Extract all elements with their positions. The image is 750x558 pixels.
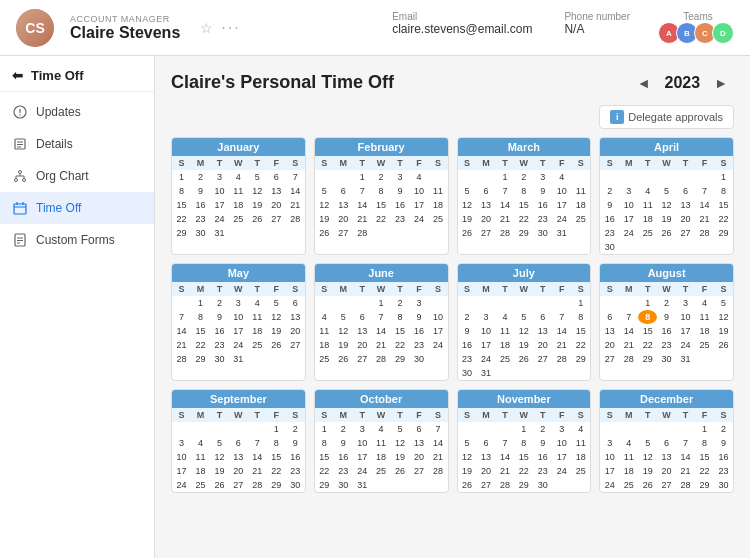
calendar-day[interactable]: 9 [533,184,552,198]
calendar-day[interactable]: 29 [514,226,533,240]
calendar-day[interactable] [657,422,676,436]
calendar-day[interactable]: 18 [638,212,657,226]
calendar-day[interactable]: 13 [676,198,695,212]
calendar-day[interactable] [191,422,210,436]
calendar-day[interactable]: 22 [172,212,191,226]
calendar-day[interactable]: 16 [286,450,305,464]
calendar-day[interactable]: 6 [334,184,353,198]
calendar-day[interactable]: 17 [428,324,447,338]
calendar-day[interactable]: 25 [229,212,248,226]
calendar-day[interactable]: 27 [334,226,353,240]
calendar-day[interactable]: 27 [353,352,372,366]
calendar-day[interactable]: 18 [571,198,590,212]
calendar-day[interactable]: 10 [172,450,191,464]
calendar-day[interactable]: 20 [657,464,676,478]
calendar-day[interactable]: 30 [286,478,305,492]
calendar-day[interactable]: 7 [695,184,714,198]
calendar-day[interactable]: 12 [391,436,410,450]
calendar-day[interactable]: 24 [172,478,191,492]
calendar-day[interactable]: 18 [248,324,267,338]
calendar-day[interactable]: 28 [495,478,514,492]
calendar-day[interactable] [657,240,676,254]
calendar-day[interactable]: 26 [638,478,657,492]
calendar-day[interactable]: 21 [695,212,714,226]
calendar-day[interactable]: 27 [476,478,495,492]
calendar-day[interactable]: 14 [172,324,191,338]
calendar-day[interactable]: 27 [676,226,695,240]
calendar-day[interactable]: 6 [229,436,248,450]
calendar-day[interactable] [286,352,305,366]
calendar-day[interactable]: 23 [533,464,552,478]
calendar-day[interactable]: 8 [267,436,286,450]
calendar-day[interactable]: 31 [229,352,248,366]
calendar-day[interactable]: 2 [600,184,619,198]
calendar-day[interactable]: 13 [267,184,286,198]
calendar-day[interactable]: 20 [353,338,372,352]
calendar-day[interactable]: 29 [267,478,286,492]
calendar-day[interactable]: 28 [172,352,191,366]
calendar-day[interactable]: 2 [210,296,229,310]
calendar-day[interactable]: 9 [334,436,353,450]
calendar-day[interactable] [638,422,657,436]
calendar-day[interactable]: 26 [210,478,229,492]
calendar-day[interactable]: 23 [191,212,210,226]
calendar-day[interactable]: 27 [657,478,676,492]
calendar-day[interactable]: 29 [191,352,210,366]
calendar-day[interactable]: 29 [714,226,733,240]
calendar-day[interactable] [495,296,514,310]
calendar-day[interactable]: 22 [514,212,533,226]
calendar-day[interactable]: 13 [410,436,429,450]
calendar-day[interactable]: 30 [191,226,210,240]
calendar-day[interactable]: 3 [172,436,191,450]
calendar-day[interactable]: 11 [495,324,514,338]
calendar-day[interactable]: 15 [191,324,210,338]
calendar-day[interactable] [286,226,305,240]
calendar-day[interactable]: 14 [353,198,372,212]
calendar-day[interactable]: 6 [286,296,305,310]
calendar-day[interactable]: 9 [286,436,305,450]
calendar-day[interactable]: 19 [315,212,334,226]
calendar-day[interactable]: 9 [458,324,477,338]
calendar-day[interactable]: 3 [391,170,410,184]
calendar-day[interactable]: 25 [191,478,210,492]
calendar-day[interactable]: 26 [458,478,477,492]
calendar-day[interactable]: 31 [676,352,695,366]
calendar-day[interactable] [410,478,429,492]
calendar-day[interactable] [410,226,429,240]
calendar-day[interactable] [210,422,229,436]
calendar-day[interactable]: 16 [714,450,733,464]
calendar-day[interactable]: 9 [533,436,552,450]
calendar-day[interactable] [428,478,447,492]
calendar-day[interactable]: 8 [514,436,533,450]
calendar-day[interactable]: 15 [714,198,733,212]
calendar-day[interactable]: 27 [533,352,552,366]
calendar-day[interactable]: 29 [571,352,590,366]
calendar-day[interactable]: 2 [657,296,676,310]
calendar-day[interactable] [476,422,495,436]
calendar-day[interactable]: 2 [391,296,410,310]
calendar-day[interactable] [571,478,590,492]
calendar-day[interactable]: 1 [514,422,533,436]
calendar-day[interactable]: 24 [600,478,619,492]
calendar-day[interactable]: 29 [391,352,410,366]
calendar-day[interactable]: 10 [552,436,571,450]
calendar-day[interactable]: 30 [410,352,429,366]
calendar-day[interactable]: 9 [600,198,619,212]
calendar-day[interactable]: 1 [353,170,372,184]
calendar-day[interactable] [248,226,267,240]
calendar-day[interactable]: 18 [619,464,638,478]
calendar-day[interactable]: 30 [600,240,619,254]
calendar-day[interactable]: 4 [695,296,714,310]
prev-year-button[interactable]: ◄ [631,73,657,93]
calendar-day[interactable]: 14 [495,198,514,212]
calendar-day[interactable]: 5 [657,184,676,198]
calendar-day[interactable] [619,240,638,254]
calendar-day[interactable]: 28 [495,226,514,240]
calendar-day[interactable]: 5 [458,184,477,198]
calendar-day[interactable] [248,352,267,366]
calendar-day[interactable]: 14 [286,184,305,198]
calendar-day[interactable]: 3 [600,436,619,450]
calendar-day[interactable]: 7 [619,310,638,324]
calendar-day[interactable]: 28 [695,226,714,240]
calendar-day[interactable]: 7 [428,422,447,436]
